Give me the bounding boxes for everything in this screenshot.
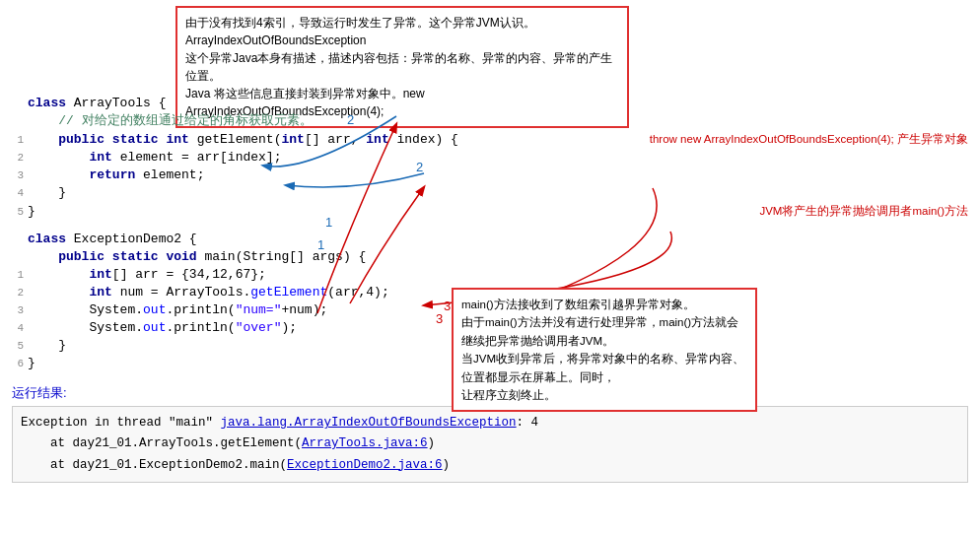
annotation-bottom-line2: 由于main()方法并没有进行处理异常，main()方法就会继续把异常抛给调用者… [461,316,738,346]
annotation-top-line2: 这个异常Java本身有描述，描述内容包括：异常的名称、异常的内容、异常的产生位置… [185,51,612,83]
annotation-top-line1: 由于没有找到4索引，导致运行时发生了异常。这个异常JVM认识。ArrayInde… [185,16,535,47]
spacer [12,221,968,231]
code-line: public static void main(String[] args) { [12,248,968,266]
output-line3-link[interactable]: ExceptionDemo2.java:6 [287,458,443,472]
output-line3-text: at day21_01.ExceptionDemo2.main( [21,458,287,472]
output-line-2: at day21_01.ArrayTools.getElement(ArrayT… [21,433,959,454]
output-line-3: at day21_01.ExceptionDemo2.main(Exceptio… [21,455,959,476]
output-line1-suffix: : 4 [517,416,539,430]
code-line: 2 int element = arr[index]; [12,149,968,167]
output-line2-text: at day21_01.ArrayTools.getElement( [21,436,302,450]
code-line: // 对给定的数组通过给定的角标获取元素。 [12,112,968,130]
annotation-bottom-line1: main()方法接收到了数组索引越界异常对象。 [461,299,695,310]
output-line3-suffix: ) [443,458,451,472]
output-box: Exception in thread "main" java.lang.Arr… [12,406,968,483]
code-section: class ArrayTools { // 对给定的数组通过给定的角标获取元素。… [12,95,968,372]
output-line1-prefix: Exception in thread "main" [21,416,221,430]
output-line2-suffix: ) [428,436,436,450]
code-line: 4 } [12,184,968,202]
output-line2-link[interactable]: ArrayTools.java:6 [302,436,428,450]
annotation-bottom-line3: 当JVM收到异常后，将异常对象中的名称、异常内容、位置都显示在屏幕上。同时， [461,353,744,382]
main-container: 由于没有找到4索引，导致运行时发生了异常。这个异常JVM认识。ArrayInde… [0,0,980,533]
annotation-bottom-line4: 让程序立刻终止。 [461,389,556,401]
jvm-label: JVM将产生的异常抛给调用者main()方法 [759,202,968,220]
arrow-number-3: 3 [436,311,443,326]
arrow-number-1: 1 [317,237,324,252]
arrow-number-2: 2 [347,112,354,127]
code-line: class ArrayTools { [12,95,968,112]
code-line: 1 public static int getElement(int[] arr… [12,130,968,149]
code-line: 5 } JVM将产生的异常抛给调用者main()方法 [12,202,968,221]
throw-label: throw new ArrayIndexOutOfBoundsException… [650,130,968,148]
code-block-1: class ArrayTools { // 对给定的数组通过给定的角标获取元素。… [12,95,968,221]
code-line: class ExceptionDemo2 { [12,231,968,248]
output-exception-link[interactable]: java.lang.ArrayIndexOutOfBoundsException [221,416,517,430]
annotation-bottom: main()方法接收到了数组索引越界异常对象。 由于main()方法并没有进行处… [452,288,757,412]
code-line: 3 return element; [12,167,968,184]
code-line: 1 int[] arr = {34,12,67}; [12,266,968,284]
output-line-1: Exception in thread "main" java.lang.Arr… [21,413,959,433]
